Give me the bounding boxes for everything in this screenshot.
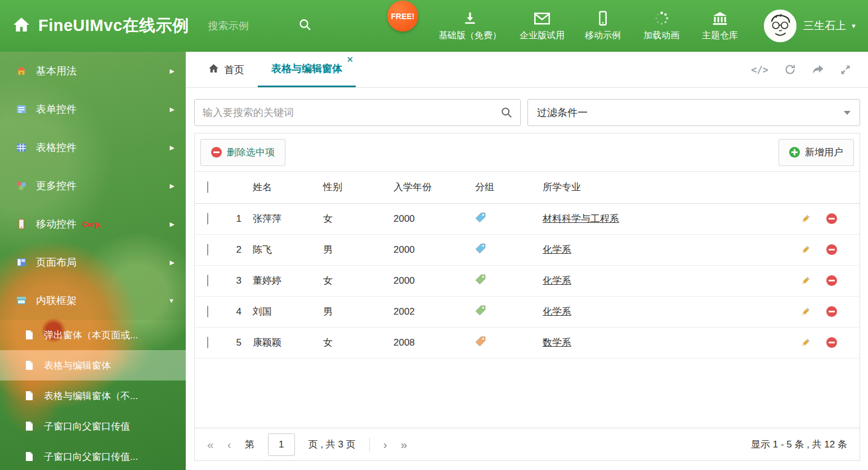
sidebar-item-grid-controls[interactable]: 表格控件 ▶ [0,128,186,167]
nav-item-loading-animation[interactable]: 加载动画 [632,10,691,42]
tab-bar: 首页 表格与编辑窗体 ✕ </> [186,52,868,88]
row-checkbox[interactable] [207,337,208,348]
chevron-down-icon: ▼ [168,297,175,304]
sidebar-item-iframe[interactable]: 内联框架 ▼ [0,281,186,320]
tab-grid-edit-window[interactable]: 表格与编辑窗体 ✕ [258,52,356,87]
row-checkbox[interactable] [207,306,208,317]
sidebar: 基本用法 ▶ 表单控件 ▶ 表格控件 ▶ 更多控件 ▶ 移动控件 Cor [0,52,186,470]
sidebar-subitem-grid-edit-window-2[interactable]: 表格与编辑窗体（不... [0,381,186,411]
user-menu[interactable]: 三生石上 ▼ [764,10,857,42]
row-index: 2 [222,234,247,265]
app-title: FineUIMvc在线示例 [38,15,189,37]
mobile-icon [16,218,27,230]
sidebar-item-label: 页面布局 [36,256,77,269]
cell-name: 张萍萍 [247,203,317,234]
col-header-gender: 性别 [317,172,388,203]
major-link[interactable]: 材料科学与工程系 [543,213,619,224]
page-number-input[interactable] [268,433,295,456]
prev-page-button[interactable]: ‹ [227,438,231,450]
file-icon [25,451,36,462]
first-page-button[interactable]: « [207,438,214,450]
select-all-checkbox[interactable] [207,181,208,193]
sidebar-item-label: 更多控件 [36,179,77,193]
col-header-index [222,172,247,203]
sidebar-subitem-child-to-parent-2[interactable]: 子窗口向父窗口传值... [0,441,186,470]
page-suffix-label: 页 , 共 3 页 [308,438,356,451]
nav-item-basic-edition[interactable]: 基础版（免费） [429,10,511,42]
nav-item-mobile-demo[interactable]: 移动示例 [574,10,632,42]
delete-row-icon[interactable] [826,213,837,224]
delete-row-icon[interactable] [826,244,837,255]
sidebar-item-form-controls[interactable]: 表单控件 ▶ [0,90,186,128]
edit-pencil-icon[interactable] [800,275,812,287]
edit-pencil-icon[interactable] [800,306,812,317]
table-row: 3 董婷婷 女 2000 化学系 [195,265,860,296]
edit-pencil-icon[interactable] [800,213,812,225]
row-index: 3 [222,265,247,296]
tab-label: 首页 [224,63,244,77]
sidebar-subitem-child-to-parent[interactable]: 子窗口向父窗口传值 [0,411,186,441]
edit-pencil-icon[interactable] [800,337,812,348]
keyword-search-input[interactable] [194,99,521,126]
major-link[interactable]: 化学系 [543,244,571,255]
row-checkbox[interactable] [207,244,208,256]
sidebar-subitem-popup-window[interactable]: 弹出窗体（本页面或... [0,320,186,350]
chevron-right-icon: ▶ [170,144,175,151]
source-code-icon[interactable]: </> [751,64,768,75]
sidebar-subitem-grid-edit-window[interactable]: 表格与编辑窗体 [0,350,186,381]
delete-row-icon[interactable] [826,306,837,317]
search-icon[interactable] [298,18,312,34]
major-link[interactable]: 化学系 [543,306,571,317]
search-icon[interactable] [500,106,513,121]
table-icon [16,142,27,153]
cell-gender: 男 [317,234,388,265]
filter-dropdown[interactable]: 过滤条件一 [527,99,860,126]
plus-circle-icon [789,147,800,158]
sidebar-item-page-layout[interactable]: 页面布局 ▶ [0,243,186,281]
file-icon [25,329,36,341]
major-link[interactable]: 数学系 [543,337,571,348]
sidebar-item-more-controls[interactable]: 更多控件 ▶ [0,167,186,205]
sidebar-item-mobile-controls[interactable]: 移动控件 Corp. ▶ [0,205,186,243]
keyword-search [194,99,521,126]
next-page-button[interactable]: › [383,438,387,450]
grid-panel: 删除选中项 新增用户 [194,133,860,461]
delete-row-icon[interactable] [826,275,837,286]
nav-item-enterprise-trial[interactable]: 企业版试用 [511,10,574,42]
tag-icon [475,305,486,316]
bank-icon [712,10,728,26]
sidebar-item-basic-usage[interactable]: 基本用法 ▶ [0,52,186,90]
delete-selected-button[interactable]: 删除选中项 [200,139,285,166]
main-area: 首页 表格与编辑窗体 ✕ </> [186,52,868,470]
users-table: 姓名 性别 入学年份 分组 所学专业 [195,172,860,359]
frame-icon [16,295,27,306]
table-row: 4 刘国 男 2002 化学系 [195,296,860,327]
row-checkbox[interactable] [207,213,208,225]
major-link[interactable]: 化学系 [543,275,571,286]
tag-icon [475,274,486,285]
app-window: FineUIMvc在线示例 FREE! 基础版（免费） 企业版试用 [0,0,868,470]
nav-item-theme-repo[interactable]: 主题仓库 [691,10,749,42]
delete-row-icon[interactable] [826,337,837,348]
edit-pencil-icon[interactable] [800,244,812,256]
share-icon[interactable] [812,64,824,75]
close-icon[interactable]: ✕ [346,55,354,64]
minus-circle-icon [211,147,222,158]
refresh-icon[interactable] [784,64,796,75]
row-checkbox[interactable] [207,275,208,287]
grid-body: 姓名 性别 入学年份 分组 所学专业 [195,172,860,428]
sidebar-subitem-label: 子窗口向父窗口传值 [44,420,130,433]
expand-icon[interactable] [840,64,851,75]
nav-item-label: 企业版试用 [520,30,565,42]
header-search-input[interactable] [208,20,293,32]
tab-home[interactable]: 首页 [195,52,258,87]
table-row: 2 陈飞 男 2000 化学系 [195,234,860,265]
page-prefix-label: 第 [245,438,254,451]
cell-year: 2008 [388,327,469,358]
sidebar-item-label: 表格控件 [36,141,77,154]
filter-dropdown-value: 过滤条件一 [537,106,588,119]
add-user-button[interactable]: 新增用户 [778,139,854,166]
last-page-button[interactable]: » [401,438,408,450]
cell-name: 刘国 [247,296,317,327]
col-header-group: 分组 [469,172,537,203]
